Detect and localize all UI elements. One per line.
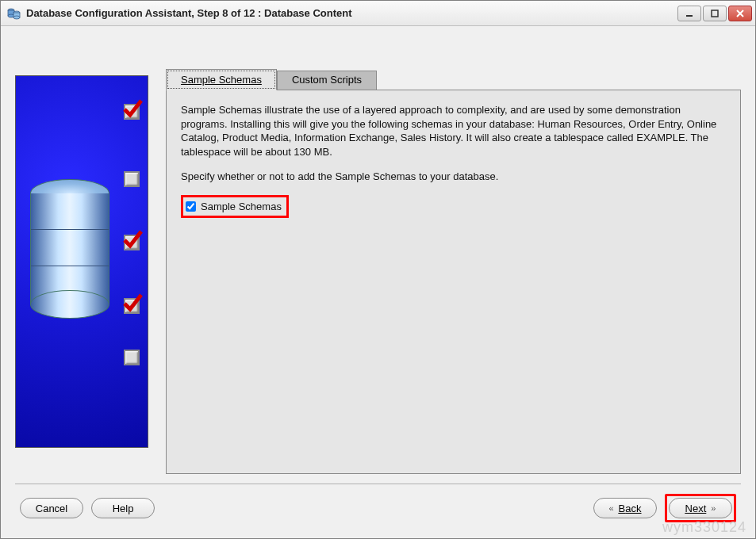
dialog-body: Sample Schemas Custom Scripts Sample Sch… (1, 26, 755, 538)
back-button[interactable]: « Back (593, 498, 657, 518)
window-title: Database Configuration Assistant, Step 8… (26, 7, 677, 19)
minimize-button[interactable] (677, 6, 701, 21)
dialog-window: Database Configuration Assistant, Step 8… (0, 0, 756, 539)
footer-separator (15, 484, 741, 484)
button-label: Cancel (36, 503, 67, 514)
tab-bar: Sample Schemas Custom Scripts (166, 69, 741, 90)
app-icon (7, 6, 21, 21)
titlebar: Database Configuration Assistant, Step 8… (1, 1, 755, 26)
checkmark-icon (122, 292, 143, 313)
main-area: Sample Schemas Custom Scripts Sample Sch… (166, 69, 741, 474)
button-label: Help (113, 503, 134, 514)
checkbox-label: Sample Schemas (201, 200, 282, 214)
checkmark-icon (122, 229, 143, 250)
tab-label: Custom Scripts (292, 74, 362, 86)
sample-schemas-checkbox[interactable] (186, 201, 196, 212)
chevron-right-icon: » (711, 503, 716, 513)
sample-schemas-checkbox-wrap[interactable]: Sample Schemas (181, 195, 289, 219)
window-controls (677, 6, 752, 21)
tab-label: Sample Schemas (181, 74, 262, 86)
content-row: Sample Schemas Custom Scripts Sample Sch… (15, 37, 741, 474)
next-button-highlight: Next » (665, 494, 736, 522)
prompt-text: Specify whether or not to add the Sample… (181, 170, 726, 184)
step-indicator-5 (124, 350, 140, 365)
checkmark-icon (122, 98, 143, 119)
maximize-button[interactable] (703, 6, 727, 21)
tab-sample-schemas[interactable]: Sample Schemas (166, 69, 277, 90)
svg-rect-7 (712, 10, 718, 17)
tab-panel: Sample Schemas illustrate the use of a l… (166, 90, 741, 474)
cancel-button[interactable]: Cancel (20, 498, 83, 518)
description-text: Sample Schemas illustrate the use of a l… (181, 103, 726, 159)
chevron-left-icon: « (608, 503, 613, 513)
footer: Cancel Help « Back Next » wym330124 (15, 492, 741, 530)
next-button[interactable]: Next » (669, 498, 732, 518)
button-label: Back (619, 503, 642, 514)
database-cylinder-icon (30, 179, 109, 319)
tab-custom-scripts[interactable]: Custom Scripts (277, 71, 377, 90)
close-button[interactable] (728, 6, 752, 21)
svg-point-5 (13, 16, 20, 19)
button-label: Next (685, 503, 707, 514)
step-indicator-2 (124, 171, 140, 187)
wizard-sidebar-image (15, 75, 148, 448)
help-button[interactable]: Help (91, 498, 155, 518)
